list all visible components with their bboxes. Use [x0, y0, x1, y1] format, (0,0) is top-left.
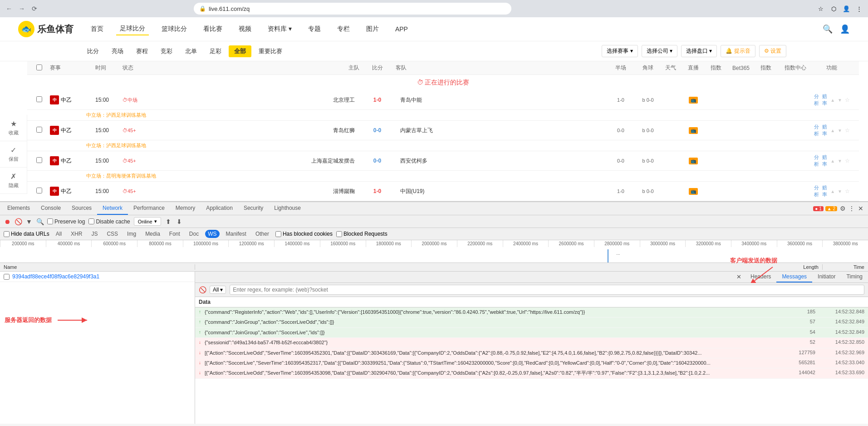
hide-data-urls-checkbox[interactable] — [4, 231, 10, 237]
sort-up-3[interactable]: ▲ — [830, 159, 835, 163]
nav-basketball[interactable]: 篮球比分 — [158, 23, 191, 35]
filter-js[interactable]: JS — [88, 230, 100, 238]
clear-btn[interactable]: 🚫 — [15, 218, 22, 225]
sort-down-2[interactable]: ▼ — [838, 128, 842, 133]
star-func-3[interactable]: ☆ — [845, 158, 850, 164]
nav-special[interactable]: 专题 — [304, 23, 324, 35]
back-button[interactable]: ← — [4, 3, 15, 14]
sort-up-4[interactable]: ▲ — [830, 189, 835, 194]
select-all-checkbox[interactable] — [36, 64, 42, 70]
settings-btn[interactable]: ⚙ 设置 — [759, 45, 786, 57]
ws-filter-clear-btn[interactable]: 🚫 — [199, 286, 206, 293]
nav-column[interactable]: 专栏 — [333, 23, 353, 35]
ws-tab-initiator[interactable]: Initiator — [812, 272, 841, 282]
subnav-nordbet[interactable]: 北单 — [180, 45, 202, 57]
menu-button[interactable]: ⋮ — [853, 3, 864, 14]
disable-cache-label[interactable]: Disable cache — [88, 218, 130, 225]
live-btn-2[interactable]: 📺 — [689, 127, 698, 134]
ws-message-recv-4[interactable]: ↓ [{"Action":"SoccerLiveOdd","SeverTime"… — [195, 368, 868, 378]
filter-img[interactable]: Img — [124, 230, 139, 238]
devtools-tab-application[interactable]: Application — [201, 202, 238, 215]
nav-resources[interactable]: 资料库 ▾ — [264, 23, 295, 35]
filter-all[interactable]: All — [53, 230, 64, 238]
star-func-4[interactable]: ☆ — [845, 188, 850, 194]
ws-message-sent-3[interactable]: ↑ {"command":"JoinGroup","action":"Socce… — [195, 328, 868, 338]
live-btn-1[interactable]: 📺 — [689, 97, 698, 104]
match-checkbox-3[interactable] — [36, 157, 42, 163]
odds-link-3[interactable]: 赔率 — [822, 154, 828, 168]
analysis-link-2[interactable]: 分析 — [814, 124, 819, 137]
ws-message-sent-2[interactable]: ↑ {"command":"JoinGroup","action":"Socce… — [195, 317, 868, 327]
ws-tab-timing[interactable]: Timing — [841, 272, 868, 282]
analysis-link-1[interactable]: 分析 — [814, 93, 819, 107]
ws-message-recv-2[interactable]: ↓ [{"Action":"SoccerLiveOdd","SeverTime"… — [195, 348, 868, 358]
devtools-tab-elements[interactable]: Elements — [2, 202, 35, 215]
select-event-btn[interactable]: 选择赛事 ▾ — [602, 45, 638, 57]
devtools-tab-memory[interactable]: Memory — [170, 202, 201, 215]
live-btn-3[interactable]: 📺 — [689, 158, 698, 164]
ws-row-checkbox[interactable] — [4, 274, 10, 280]
devtools-tab-lighthouse[interactable]: Lighthouse — [269, 202, 306, 215]
filter-font[interactable]: Font — [167, 230, 183, 238]
match-checkbox-1[interactable] — [36, 96, 42, 102]
download-btn[interactable]: ⬇ — [176, 218, 183, 225]
online-select[interactable]: Online ▾ — [134, 217, 161, 226]
select-handicap-btn[interactable]: 选择盘口 ▾ — [681, 45, 717, 57]
sort-up-1[interactable]: ▲ — [830, 98, 835, 103]
disable-cache-checkbox[interactable] — [88, 218, 94, 224]
forward-button[interactable]: → — [16, 3, 27, 14]
sound-btn[interactable]: 🔔 提示音 — [721, 45, 755, 57]
sidebar-item-keep[interactable]: ✓ 保留 — [0, 141, 27, 168]
analysis-link-3[interactable]: 分析 — [814, 154, 819, 168]
user-icon[interactable]: 👤 — [840, 24, 850, 34]
sort-down-3[interactable]: ▼ — [838, 159, 842, 163]
filter-other[interactable]: Other — [253, 230, 272, 238]
nav-soccer[interactable]: 足球比分 — [116, 23, 149, 35]
refresh-button[interactable]: ⟳ — [29, 3, 40, 14]
subnav-lottery[interactable]: 竞彩 — [155, 45, 178, 57]
search-icon[interactable]: 🔍 — [823, 24, 833, 34]
star-func-2[interactable]: ☆ — [845, 127, 850, 134]
filter-xhr[interactable]: XHR — [68, 230, 85, 238]
devtools-tab-sources[interactable]: Sources — [66, 202, 97, 215]
filter-doc[interactable]: Doc — [186, 230, 201, 238]
sort-down-1[interactable]: ▼ — [838, 98, 842, 103]
address-bar[interactable]: 🔒 live.611.com/zq — [194, 3, 511, 15]
blocked-requests-checkbox[interactable] — [336, 231, 342, 237]
has-blocked-cookies-label[interactable]: Has blocked cookies — [275, 231, 333, 237]
nav-app[interactable]: APP — [392, 24, 412, 35]
upload-btn[interactable]: ⬆ — [165, 218, 172, 225]
devtools-tab-network[interactable]: Network — [97, 202, 128, 215]
match-checkbox-4[interactable] — [36, 188, 42, 193]
odds-link-2[interactable]: 赔率 — [822, 124, 828, 137]
filter-manifest[interactable]: Manifest — [223, 230, 249, 238]
devtools-close-btn[interactable]: ✕ — [857, 205, 864, 212]
record-btn[interactable]: ⏺ — [4, 218, 11, 225]
devtools-settings-btn[interactable]: ⚙ — [839, 205, 846, 212]
star-func-1[interactable]: ☆ — [845, 97, 850, 103]
sort-down-4[interactable]: ▼ — [838, 189, 842, 194]
nav-video[interactable]: 视频 — [235, 23, 255, 35]
sidebar-item-favorites[interactable]: ★ 收藏 — [0, 115, 27, 141]
select-company-btn[interactable]: 选择公司 ▾ — [642, 45, 677, 57]
filter-toggle-btn[interactable]: ▼ — [25, 218, 33, 225]
ws-message-recv-3[interactable]: ↓ [{"Action":"SoccerLive","SeverTime":16… — [195, 358, 868, 368]
preserve-log-label[interactable]: Preserve log — [47, 218, 85, 225]
ws-filter-input[interactable] — [230, 285, 864, 295]
nav-home[interactable]: 首页 — [87, 23, 107, 35]
sidebar-item-hide[interactable]: ✗ 隐藏 — [0, 168, 27, 194]
nav-watch[interactable]: 看比赛 — [200, 23, 226, 35]
devtools-more-btn[interactable]: ⋮ — [848, 205, 855, 212]
subnav-all[interactable]: 全部 — [229, 45, 251, 57]
devtools-tab-console[interactable]: Console — [35, 202, 66, 215]
ws-all-select[interactable]: All ▾ — [210, 286, 226, 294]
odds-link-4[interactable]: 赔率 — [822, 184, 828, 198]
ws-message-sent-1[interactable]: ↑ {"command":"RegisterInfo","action":"We… — [195, 307, 868, 317]
filter-media[interactable]: Media — [142, 230, 163, 238]
devtools-tab-performance[interactable]: Performance — [128, 202, 170, 215]
sort-up-2[interactable]: ▲ — [830, 128, 835, 133]
subnav-highlight[interactable]: 亮场 — [106, 45, 129, 57]
blocked-requests-label[interactable]: Blocked Requests — [336, 231, 387, 237]
ws-tab-messages[interactable]: Messages — [776, 272, 812, 282]
live-btn-4[interactable]: 📺 — [689, 188, 698, 195]
